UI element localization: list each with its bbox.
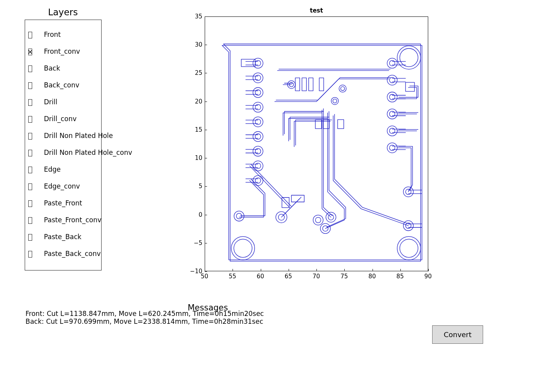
svg-point-40 xyxy=(234,211,244,221)
layer-checkbox-front-conv[interactable] xyxy=(28,49,32,55)
svg-point-3 xyxy=(400,239,418,258)
layer-checkbox-drill-non-plated-hole-conv[interactable] xyxy=(28,150,32,156)
convert-button[interactable]: Convert xyxy=(432,325,483,344)
layer-checkbox-paste-back-conv[interactable] xyxy=(28,251,32,258)
layer-checkbox-back[interactable] xyxy=(28,65,32,72)
svg-point-30 xyxy=(387,109,397,119)
messages-body: Front: Cut L=1138.847mm, Move L=620.245m… xyxy=(25,310,264,326)
svg-point-54 xyxy=(331,97,338,104)
xtick-mark xyxy=(373,269,373,271)
ytick-label: 35 xyxy=(187,13,202,20)
layer-checkbox-paste-front[interactable] xyxy=(28,200,32,207)
ytick-label: 5 xyxy=(187,183,202,190)
svg-point-2 xyxy=(397,236,421,260)
layer-label: Front xyxy=(44,31,61,38)
layer-label: Paste_Front_conv xyxy=(44,216,101,224)
svg-point-44 xyxy=(313,215,323,225)
layer-checkbox-paste-back[interactable] xyxy=(28,234,32,241)
layer-label: Back_conv xyxy=(44,81,79,89)
svg-point-41 xyxy=(236,213,242,219)
layer-checkbox-front[interactable] xyxy=(28,32,32,38)
layer-label: Drill xyxy=(44,98,57,106)
layer-label: Paste_Back_conv xyxy=(44,250,101,258)
xtick-label: 55 xyxy=(229,273,236,280)
layer-label: Edge_conv xyxy=(44,182,80,190)
layer-label: Drill_conv xyxy=(44,115,76,123)
svg-point-28 xyxy=(387,92,397,102)
svg-point-45 xyxy=(315,217,321,223)
plot-title: test xyxy=(205,7,428,14)
layer-label: Paste_Front xyxy=(44,199,82,207)
layer-checkbox-edge-conv[interactable] xyxy=(28,183,32,190)
pcb-toolpath-plot xyxy=(205,17,428,271)
ytick-label: −5 xyxy=(187,240,202,247)
ytick-label: 20 xyxy=(187,98,202,105)
xtick-label: 50 xyxy=(201,273,208,280)
ytick-mark xyxy=(205,215,207,215)
ytick-mark xyxy=(205,130,207,130)
xtick-mark xyxy=(233,269,233,271)
svg-point-16 xyxy=(253,132,263,142)
layer-label: Back xyxy=(44,64,60,72)
ytick-label: 15 xyxy=(187,126,202,133)
xtick-label: 60 xyxy=(257,273,264,280)
svg-point-22 xyxy=(253,176,263,186)
ytick-mark xyxy=(205,243,207,243)
xtick-mark xyxy=(344,269,345,271)
ytick-label: 10 xyxy=(187,154,202,162)
ytick-mark xyxy=(205,186,207,187)
svg-point-32 xyxy=(387,126,397,136)
svg-point-10 xyxy=(253,87,263,98)
xtick-mark xyxy=(400,269,401,271)
xtick-mark xyxy=(428,269,429,271)
ytick-label: 30 xyxy=(187,41,202,48)
svg-point-52 xyxy=(339,85,346,92)
svg-point-0 xyxy=(231,236,255,260)
svg-point-12 xyxy=(253,102,263,113)
svg-point-53 xyxy=(341,87,345,91)
svg-point-1 xyxy=(234,239,252,258)
svg-point-20 xyxy=(253,161,263,171)
layer-label: Drill Non Plated Hole xyxy=(44,132,113,140)
layer-label: Front_conv xyxy=(44,47,80,55)
ytick-mark xyxy=(205,158,207,158)
layer-checkbox-drill-conv[interactable] xyxy=(28,116,32,123)
xtick-label: 80 xyxy=(369,273,376,280)
xtick-mark xyxy=(205,269,205,271)
svg-point-26 xyxy=(387,75,397,85)
layer-label: Edge xyxy=(44,165,61,173)
svg-point-55 xyxy=(333,99,337,103)
svg-point-4 xyxy=(397,46,421,69)
xtick-mark xyxy=(261,269,261,271)
layer-checkbox-back-conv[interactable] xyxy=(28,82,32,89)
layer-checkbox-edge[interactable] xyxy=(28,167,32,173)
ytick-mark xyxy=(205,102,207,102)
svg-point-18 xyxy=(253,146,263,156)
layer-checkbox-paste-front-conv[interactable] xyxy=(28,217,32,224)
xtick-label: 75 xyxy=(340,273,348,280)
ytick-mark xyxy=(205,45,207,45)
layer-checkbox-drill[interactable] xyxy=(28,99,32,106)
ytick-label: −10 xyxy=(187,268,202,275)
svg-point-14 xyxy=(253,117,263,127)
ytick-label: 0 xyxy=(187,211,202,218)
svg-point-34 xyxy=(387,143,397,153)
layer-label: Paste_Back xyxy=(44,233,82,241)
svg-point-24 xyxy=(387,58,397,68)
xtick-mark xyxy=(316,269,317,271)
svg-point-5 xyxy=(400,49,418,67)
ytick-mark xyxy=(205,16,207,17)
xtick-label: 70 xyxy=(313,273,320,280)
layer-checkbox-drill-non-plated-hole[interactable] xyxy=(28,133,32,140)
xtick-label: 65 xyxy=(285,273,292,280)
ytick-label: 25 xyxy=(187,69,202,76)
layers-title: Layers xyxy=(25,7,101,17)
plot-area[interactable] xyxy=(205,16,428,271)
xtick-label: 90 xyxy=(424,273,432,280)
layer-label: Drill Non Plated Hole_conv xyxy=(44,149,132,156)
svg-point-8 xyxy=(253,73,263,83)
xtick-mark xyxy=(289,269,289,271)
xtick-label: 85 xyxy=(396,273,404,280)
ytick-mark xyxy=(205,73,207,73)
ytick-mark xyxy=(205,271,207,272)
